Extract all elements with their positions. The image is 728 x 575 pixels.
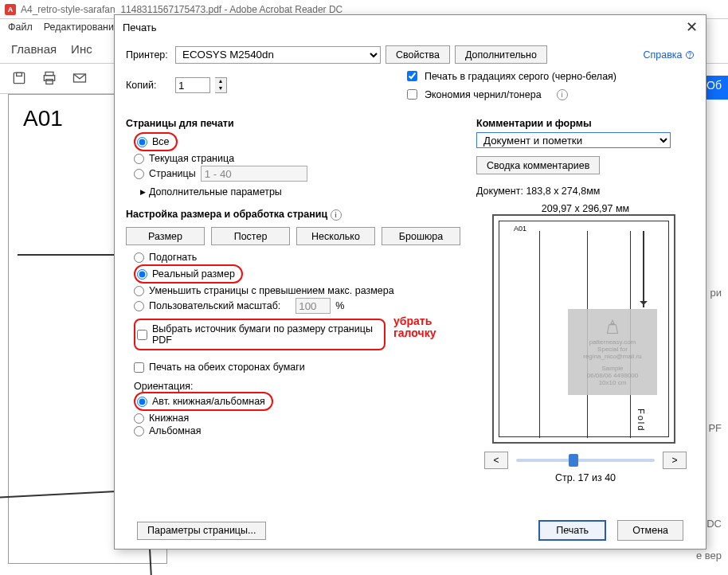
print-icon[interactable] [41,70,59,88]
annotation-text: убрать галочку [393,315,436,340]
pages-current-radio-row[interactable]: Текущая страница [134,153,460,164]
info-icon[interactable]: i [331,209,342,221]
shrink-radio-row[interactable]: Уменьшить страницы с превышением макс. р… [134,285,460,296]
copies-input[interactable] [175,77,210,93]
pages-current-radio[interactable] [134,154,144,164]
actual-radio[interactable] [137,269,147,280]
fold-label: Fold [636,409,646,432]
pdf-icon: A [5,4,16,15]
shrink-radio[interactable] [134,286,144,296]
orient-landscape-row[interactable]: Альбомная [134,425,460,436]
watermark: patterneasy.com Special for regina_nico@… [568,309,657,395]
multiple-tab-button[interactable]: Несколько [296,227,375,245]
annotation-circle-all: Все [134,132,178,151]
saveink-checkbox-row[interactable]: Экономия чернил/тонера i [404,87,616,102]
slider-thumb[interactable] [569,454,578,467]
side-text-1: ри [710,287,722,299]
orient-auto-radio[interactable] [137,397,147,407]
comments-heading: Комментарии и формы [476,118,695,129]
preview-arrow-icon [643,231,644,307]
grayscale-checkbox[interactable] [407,71,417,81]
preview-corner-label: A01 [514,225,526,233]
svg-rect-1 [17,72,22,76]
fit-radio[interactable] [134,252,144,263]
custom-scale-input[interactable] [296,298,331,314]
page-slider[interactable] [516,459,655,462]
pages-all-radio[interactable] [137,137,147,147]
saveink-checkbox[interactable] [407,89,417,100]
dialog-title: Печать [123,22,157,33]
copies-label: Копий: [126,80,170,91]
custom-scale-radio[interactable] [134,301,144,311]
sheet-size-label: 209,97 x 296,97 мм [476,203,695,214]
svg-point-7 [690,57,691,57]
page-indicator: Стр. 17 из 40 [476,472,695,483]
percent-label: % [335,300,344,311]
grayscale-checkbox-row[interactable]: Печать в градациях серого (черно-белая) [404,68,616,84]
info-icon[interactable]: i [557,89,568,100]
pages-heading: Страницы для печати [126,118,460,129]
menu-file[interactable]: Файл [8,22,33,33]
fit-radio-row[interactable]: Подогнать [134,252,460,263]
page-setup-button[interactable]: Параметры страницы... [137,522,266,540]
side-text-4: е вер [696,550,722,561]
menu-edit[interactable]: Редактирование [44,22,119,33]
annotation-circle-orient: Авт. книжная/альбомная [134,392,273,411]
more-options-expander[interactable]: ▶Дополнительные параметры [140,186,460,198]
print-button[interactable]: Печать [538,520,606,541]
annotation-rect-source: Выбрать источник бумаги по размеру стран… [134,319,386,350]
close-icon[interactable]: ✕ [686,18,698,36]
pages-all-radio-row[interactable]: Все [137,136,170,147]
dialog-titlebar: Печать ✕ [115,15,706,39]
app-title: A4_retro-style-sarafan_1148311567175473.… [21,4,342,15]
booklet-tab-button[interactable]: Брошюра [382,227,460,245]
tab-tools[interactable]: Инс [71,42,92,56]
orient-landscape-radio[interactable] [134,426,144,436]
print-dialog: Печать ✕ Принтер: ECOSYS M2540dn Свойств… [114,14,706,550]
advanced-button[interactable]: Дополнительно [455,45,547,64]
pages-range-input[interactable] [201,166,307,182]
cancel-button[interactable]: Отмена [617,520,683,541]
printer-label: Принтер: [126,49,170,61]
triangle-right-icon: ▶ [140,188,146,196]
actual-radio-row[interactable]: Реальный размер [137,268,235,280]
document-size-label: Документ: 183,8 x 274,8мм [476,186,695,197]
comments-select[interactable]: Документ и пометки [476,132,671,148]
orient-portrait-row[interactable]: Книжная [134,413,460,424]
duplex-row[interactable]: Печать на обеих сторонах бумаги [134,362,460,373]
custom-scale-radio-row[interactable]: Пользовательский масштаб: [134,300,280,311]
poster-tab-button[interactable]: Постер [211,227,290,245]
svg-rect-4 [46,79,53,84]
orient-auto-row[interactable]: Авт. книжная/альбомная [137,396,265,407]
size-tab-button[interactable]: Размер [126,227,205,245]
print-preview: A01 patterneasy.com Special for regina_n… [492,214,675,444]
side-text-2: РF [708,422,722,434]
next-page-button[interactable]: > [663,452,687,469]
tab-home[interactable]: Главная [11,42,57,56]
help-link[interactable]: Справка [643,49,695,61]
pages-range-radio-row[interactable]: Страницы [134,168,196,179]
save-icon[interactable] [11,70,29,88]
choose-source-row[interactable]: Выбрать источник бумаги по размеру стран… [137,323,379,346]
mail-icon[interactable] [72,70,89,88]
orientation-label: Ориентация: [134,381,460,392]
choose-source-checkbox[interactable] [137,330,147,340]
preview-page: A01 patterneasy.com Special for regina_n… [499,221,669,437]
prev-page-button[interactable]: < [484,452,508,469]
annotation-circle-actual: Реальный размер [134,264,243,284]
copies-spinner[interactable]: ▲▼ [215,77,227,93]
svg-rect-0 [14,72,24,83]
properties-button[interactable]: Свойства [386,45,450,64]
orient-portrait-radio[interactable] [134,413,144,424]
duplex-checkbox[interactable] [134,362,144,373]
pages-range-radio[interactable] [134,169,144,179]
sizing-heading: Настройка размера и обработка страниц i [126,209,460,221]
summarize-comments-button[interactable]: Сводка комментариев [476,156,600,174]
printer-select[interactable]: ECOSYS M2540dn [175,46,381,64]
